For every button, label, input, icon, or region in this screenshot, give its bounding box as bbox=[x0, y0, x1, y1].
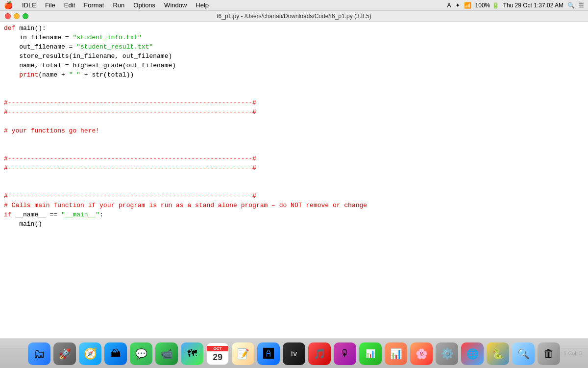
search-icon[interactable]: 🔍 bbox=[567, 2, 575, 9]
apple-menu[interactable]: 🍎 bbox=[4, 1, 13, 10]
menu-edit[interactable]: Edit bbox=[60, 0, 79, 11]
calendar-day: 29 bbox=[213, 353, 222, 362]
menu-right: A ✦ 📶 100% 🔋 Thu 29 Oct 1:37:02 AM 🔍 ☰ bbox=[447, 2, 584, 9]
code-editor[interactable]: def main(): in_filename = "student_info.… bbox=[0, 22, 588, 348]
menu-toggle-icon[interactable]: ☰ bbox=[579, 2, 584, 9]
dock-appletv[interactable]: tv bbox=[283, 342, 305, 365]
dock-trash[interactable]: 🗑 bbox=[538, 342, 560, 365]
dock-safari[interactable]: 🧭 bbox=[79, 342, 101, 365]
dock-launchpad[interactable]: 🚀 bbox=[53, 342, 76, 365]
dock-maps[interactable]: 🗺 bbox=[181, 342, 203, 365]
menu-format[interactable]: Format bbox=[80, 0, 108, 11]
dock-facetime[interactable]: 📹 bbox=[155, 342, 178, 365]
dock-calendar[interactable]: OCT 29 bbox=[206, 342, 229, 365]
dock: 🗂 🚀 🧭 🏔 💬 📹 🗺 OCT 29 📝 🅰 tv 🎵 bbox=[0, 339, 588, 368]
dock-messages[interactable]: 💬 bbox=[130, 342, 152, 365]
dock-finder[interactable]: 🗂 bbox=[28, 342, 50, 365]
menu-window[interactable]: Window bbox=[160, 0, 191, 11]
a-icon: A bbox=[447, 2, 451, 9]
dock-systemprefs[interactable]: ⚙️ bbox=[436, 342, 458, 365]
window-title: t6_p1.py - /Users/chanati/Downloads/Code… bbox=[217, 13, 371, 20]
menu-options[interactable]: Options bbox=[129, 0, 159, 11]
window-buttons bbox=[5, 13, 28, 19]
menu-help[interactable]: Help bbox=[192, 0, 213, 11]
menu-idle[interactable]: IDLE bbox=[18, 0, 40, 11]
calendar-month: OCT bbox=[207, 346, 228, 351]
bluetooth-icon: ✦ bbox=[455, 2, 460, 9]
menubar: 🍎 IDLE File Edit Format Run Options Wind… bbox=[0, 0, 588, 11]
dock-music[interactable]: 🎵 bbox=[308, 342, 331, 365]
dock-chrome[interactable]: 🌐 bbox=[461, 342, 484, 365]
menu-file[interactable]: File bbox=[41, 0, 59, 11]
dock-keynote[interactable]: 📊 bbox=[385, 342, 407, 365]
datetime: Thu 29 Oct 1:37:02 AM bbox=[503, 2, 564, 9]
dock-numbers[interactable]: 📊 bbox=[359, 342, 382, 365]
dock-python[interactable]: 🐍 bbox=[487, 342, 509, 365]
battery-indicator: 100% 🔋 bbox=[475, 2, 499, 9]
close-button[interactable] bbox=[5, 13, 11, 19]
dock-podcasts[interactable]: 🎙 bbox=[334, 342, 356, 365]
dock-notes[interactable]: 📝 bbox=[232, 342, 254, 365]
titlebar: t6_p1.py - /Users/chanati/Downloads/Code… bbox=[0, 11, 588, 22]
dock-appstore[interactable]: 🅰 bbox=[257, 342, 280, 365]
menu-run[interactable]: Run bbox=[109, 0, 128, 11]
dock-preview[interactable]: 🔍 bbox=[512, 342, 535, 365]
dock-photo[interactable]: 🏔 bbox=[104, 342, 127, 365]
minimize-button[interactable] bbox=[14, 13, 20, 19]
wifi-icon: 📶 bbox=[464, 2, 471, 9]
code-content: def main(): in_filename = "student_info.… bbox=[4, 24, 584, 229]
maximize-button[interactable] bbox=[23, 13, 28, 19]
dock-photos[interactable]: 🌸 bbox=[410, 342, 433, 365]
